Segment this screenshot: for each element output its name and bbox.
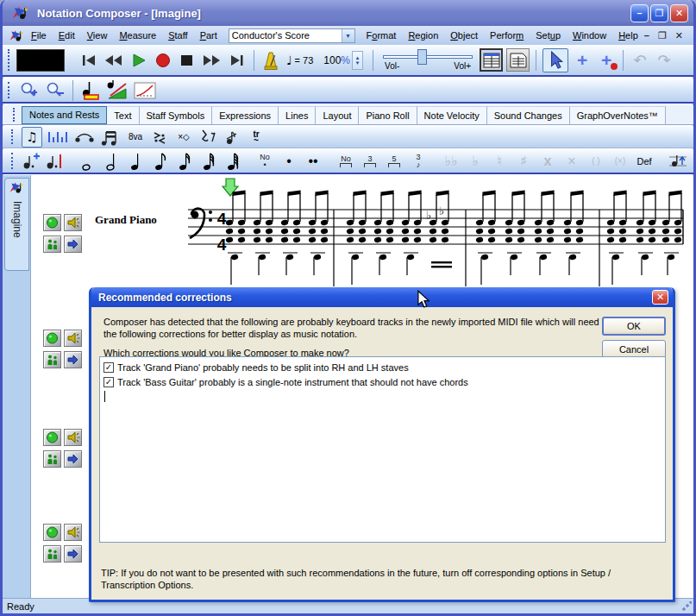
menu-setup[interactable]: Setup <box>530 28 567 42</box>
menu-measure[interactable]: Measure <box>113 28 162 42</box>
quarter-note-button[interactable] <box>125 151 146 172</box>
tab-piano-roll[interactable]: Piano Roll <box>359 106 417 124</box>
tab-staff-symbols[interactable]: Staff Symbols <box>140 106 213 124</box>
track-performers-button[interactable] <box>43 351 61 368</box>
velocity-bars-button[interactable] <box>46 127 70 148</box>
maximize-button[interactable]: ❐ <box>650 4 668 22</box>
remove-accidental-button[interactable]: × <box>561 151 582 172</box>
graph-over-notes-button[interactable] <box>133 80 157 101</box>
go-to-end-button[interactable] <box>227 50 248 71</box>
track-active-indicator-button[interactable] <box>43 429 61 446</box>
flat-button[interactable]: ♭ <box>465 151 486 172</box>
tab-graphovernotes[interactable]: GraphOverNotes™ <box>570 106 666 124</box>
zoom-in-button[interactable] <box>18 80 41 101</box>
track-sound-button[interactable] <box>64 429 82 446</box>
track-performers-button[interactable] <box>43 545 61 563</box>
add-note-button[interactable]: + <box>572 50 593 71</box>
whole-note-button[interactable] <box>77 151 97 172</box>
tab-lines[interactable]: Lines <box>279 106 316 124</box>
volume-handle[interactable] <box>417 49 427 65</box>
add-note-record-button[interactable]: + <box>596 50 617 71</box>
track-performers-button[interactable] <box>43 450 61 468</box>
menu-edit[interactable]: Edit <box>53 28 81 42</box>
select-pointer-button[interactable] <box>542 48 568 72</box>
courtesy-accidental-button[interactable]: (×) <box>610 151 630 172</box>
quintuplet-button[interactable]: 5 <box>384 151 404 172</box>
track-sound-button[interactable] <box>64 524 82 541</box>
chevron-down-icon[interactable]: ▼ <box>342 29 354 42</box>
double-sharp-button[interactable]: x <box>537 151 558 172</box>
dialog-close-button[interactable]: ✕ <box>652 290 668 305</box>
redo-button[interactable]: ↷ <box>654 50 674 71</box>
tab-text[interactable]: Text <box>107 106 139 124</box>
tab-layout[interactable]: Layout <box>316 106 359 124</box>
page-view-button[interactable] <box>480 48 503 72</box>
window-view-button[interactable] <box>506 48 530 72</box>
respell-up-button[interactable] <box>667 151 687 172</box>
tab-sound-changes[interactable]: Sound Changes <box>487 106 570 124</box>
octave-8va-button[interactable]: 8va <box>125 127 146 148</box>
note-duration-tool-button[interactable] <box>79 80 102 101</box>
close-button[interactable]: ✕ <box>670 4 688 22</box>
parentheses-button[interactable]: ( ) <box>586 151 606 172</box>
toolbar-gripper[interactable] <box>8 82 11 98</box>
note-velocity-tool-button[interactable] <box>105 80 129 101</box>
single-dot-button[interactable]: • <box>279 151 299 172</box>
menu-part[interactable]: Part <box>194 28 223 42</box>
music-notation[interactable]: 44♭♭ <box>56 175 690 287</box>
natural-button[interactable]: ♮ <box>489 151 510 172</box>
mdi-minimize-button[interactable]: – <box>644 30 649 41</box>
volume-slider[interactable]: Vol- Vol+ <box>381 47 474 73</box>
note-entry-button[interactable]: ♫ <box>22 127 42 148</box>
respell-default-button[interactable] <box>691 151 696 172</box>
track-active-indicator-button[interactable] <box>43 214 61 231</box>
notehead-type-button[interactable]: ×◇ <box>173 127 194 148</box>
correction-item[interactable]: ✓Track 'Grand Piano' probably needs to b… <box>103 360 662 374</box>
toolbar-gripper[interactable] <box>11 153 13 169</box>
track-goto-button[interactable] <box>64 236 82 253</box>
rewind-button[interactable] <box>103 50 125 71</box>
track-goto-button[interactable] <box>64 545 82 563</box>
double-dot-button[interactable]: •• <box>303 151 323 172</box>
track-active-indicator-button[interactable] <box>43 524 61 541</box>
track-sound-button[interactable] <box>64 214 82 231</box>
go-to-start-button[interactable] <box>78 50 99 71</box>
menu-format[interactable]: Format <box>361 28 403 42</box>
menu-file[interactable]: File <box>25 28 53 42</box>
record-button[interactable] <box>153 50 173 71</box>
ok-button[interactable]: OK <box>602 317 666 336</box>
track-sound-button[interactable] <box>64 330 82 347</box>
toolbar-gripper[interactable] <box>13 108 16 121</box>
rest-button[interactable] <box>198 127 218 148</box>
zoom-spinner[interactable]: ▲ ▼ <box>352 51 363 70</box>
sixteenth-note-button[interactable] <box>173 151 194 172</box>
double-flat-button[interactable]: ♭♭ <box>441 151 461 172</box>
triplet-button[interactable]: 3 <box>360 151 380 172</box>
menu-window[interactable]: Window <box>567 28 612 42</box>
insert-bar-cursor-button[interactable] <box>44 151 65 172</box>
no-dot-button[interactable]: No• <box>254 151 275 172</box>
sharp-button[interactable]: ♯ <box>513 151 534 172</box>
menu-perform[interactable]: Perform <box>484 28 530 42</box>
fast-forward-button[interactable] <box>201 50 223 71</box>
correction-item[interactable]: ✓Track 'Bass Guitar' probably is a singl… <box>103 374 662 389</box>
eighth-note-button[interactable] <box>149 151 170 172</box>
document-tab-imagine[interactable]: Imagine <box>4 178 29 271</box>
voice-swap-button[interactable] <box>149 127 170 148</box>
menu-view[interactable]: View <box>81 28 114 42</box>
tab-notes-and-rests[interactable]: Notes and Rests <box>22 106 107 124</box>
zoom-out-button[interactable] <box>44 80 66 101</box>
menu-region[interactable]: Region <box>402 28 444 42</box>
toolbar-gripper[interactable] <box>11 129 15 145</box>
tab-note-velocity[interactable]: Note Velocity <box>417 106 487 124</box>
toolbar-gripper[interactable] <box>8 49 11 71</box>
volume-track[interactable] <box>383 55 473 59</box>
tab-expressions[interactable]: Expressions <box>212 106 279 124</box>
track-active-indicator-button[interactable] <box>43 330 61 347</box>
half-note-button[interactable] <box>101 151 122 172</box>
score-view-select[interactable]: Conductor's Score ▼ <box>229 28 355 43</box>
spin-down-icon[interactable]: ▼ <box>355 60 361 66</box>
no-tuplet-button[interactable]: No <box>335 151 356 172</box>
thirtysecond-note-button[interactable] <box>198 151 218 172</box>
menu-help[interactable]: Help <box>612 28 644 42</box>
